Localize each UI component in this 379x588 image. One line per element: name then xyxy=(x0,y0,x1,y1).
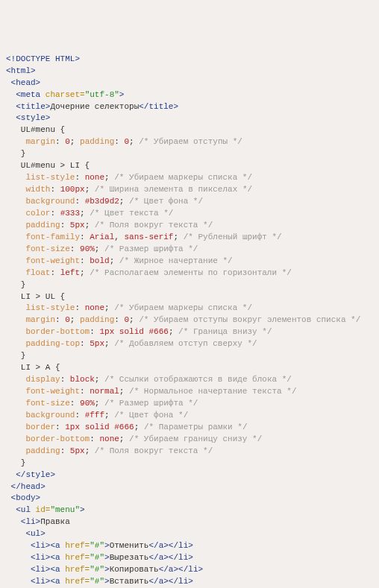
token-num: normal xyxy=(90,387,119,396)
code-line: <!DOCTYPE HTML> xyxy=(6,54,373,66)
code-line: width: 100px; /* Ширина элемента в пиксе… xyxy=(6,184,373,196)
token-sel: ; xyxy=(80,209,90,218)
code-line: <body> xyxy=(6,493,373,505)
token-prop: padding-top xyxy=(25,339,80,348)
token-prop: font-weight xyxy=(25,256,80,265)
token-prop: padding xyxy=(80,315,114,324)
token-sel xyxy=(6,327,25,336)
token-tag: </head> xyxy=(6,482,46,491)
token-tag: <title> xyxy=(6,102,50,111)
token-attr: href= xyxy=(65,577,90,586)
token-attr: href= xyxy=(65,541,90,550)
token-tag: </title> xyxy=(139,102,178,111)
code-line: display: block; /* Ссылки отображаются в… xyxy=(6,374,373,386)
token-sel: UL#menu > LI { xyxy=(6,161,90,170)
token-txt: Правка xyxy=(40,517,70,526)
token-sel: ; xyxy=(70,315,80,324)
token-num: 90% xyxy=(80,399,95,408)
token-val: "utf-8" xyxy=(85,90,119,99)
token-sel: : xyxy=(70,399,80,408)
token-sel: : xyxy=(90,434,99,443)
token-tag: <ul xyxy=(6,505,36,514)
token-sel: ; xyxy=(95,375,104,384)
token-prop: display xyxy=(25,375,60,384)
token-sel xyxy=(6,209,25,218)
token-sel xyxy=(6,315,25,324)
token-tag: </a></li> xyxy=(159,565,203,574)
token-num: solid xyxy=(85,423,110,431)
code-block: <!DOCTYPE HTML><html> <head> <meta chars… xyxy=(6,54,373,588)
code-line: UL#menu > LI { xyxy=(6,160,373,172)
code-line: float: left; /* Располагаем элементы по … xyxy=(6,268,373,279)
code-line: LI > A { xyxy=(6,362,373,374)
code-line: font-weight: normal; /* Нормальное начер… xyxy=(6,386,373,398)
token-num: 1px xyxy=(99,327,114,336)
token-tag: > xyxy=(119,90,125,99)
token-num: #666 xyxy=(114,423,134,431)
token-sel: } xyxy=(6,280,25,289)
token-sel xyxy=(6,233,25,241)
token-sel: ; xyxy=(173,233,183,241)
token-sel: : xyxy=(75,173,84,182)
token-sel xyxy=(114,327,119,336)
token-tag: > xyxy=(104,565,110,574)
token-tag: </a></li> xyxy=(148,553,192,562)
token-sel: } xyxy=(6,149,25,158)
token-num: 1px xyxy=(65,423,80,431)
token-sel xyxy=(6,137,25,146)
token-prop: padding xyxy=(25,221,60,230)
token-sel: : xyxy=(75,303,84,312)
token-cmt: /* Параметры рамки */ xyxy=(144,423,248,431)
token-num: 0 xyxy=(65,137,70,146)
token-prop: border-bottom xyxy=(25,434,90,443)
code-line: <li><a href="#">Вырезать</a></li> xyxy=(6,552,373,564)
code-line: padding-top: 5px; /* Добавляем отступ св… xyxy=(6,338,373,350)
token-sel: : xyxy=(50,209,60,218)
token-num: Arial xyxy=(90,233,114,241)
token-sel: : xyxy=(60,446,70,455)
token-sel xyxy=(6,446,25,455)
token-tag: <!DOCTYPE HTML> xyxy=(6,54,80,63)
token-sel: ; xyxy=(134,423,144,431)
token-prop: list-style xyxy=(25,303,75,312)
token-cmt: /* Размер шрифта */ xyxy=(104,399,198,408)
token-sel: ; xyxy=(119,387,129,396)
token-sel: : xyxy=(90,327,99,336)
code-line: color: #333; /* Цвет текста */ xyxy=(6,208,373,220)
token-cmt: /* Убираем границу снизу */ xyxy=(129,434,262,443)
token-cmt: /* Граница внизу */ xyxy=(178,327,272,336)
code-line: <li>Правка xyxy=(6,516,373,528)
token-sel: : xyxy=(70,244,80,253)
token-sel: ; xyxy=(85,185,95,194)
token-sel: : xyxy=(50,268,60,277)
token-sel: : xyxy=(75,411,84,420)
token-tag: > xyxy=(104,553,110,562)
token-sel: ; xyxy=(85,221,95,230)
token-prop: color xyxy=(25,209,50,218)
token-sel: ; xyxy=(85,446,95,455)
token-num: 100px xyxy=(60,185,85,194)
token-sel: } xyxy=(6,351,25,360)
code-line: } xyxy=(6,148,373,160)
token-prop: border xyxy=(25,423,55,431)
token-num: #b3d9d2 xyxy=(85,197,119,206)
token-num: none xyxy=(85,173,104,182)
token-sel: : xyxy=(80,387,90,396)
token-prop: font-size xyxy=(25,244,69,253)
token-sel: : xyxy=(80,256,90,265)
token-sel: ; xyxy=(169,327,178,336)
token-prop: list-style xyxy=(25,173,75,182)
code-line: <title>Дочерние селекторы</title> xyxy=(6,101,373,113)
token-txt: Копировать xyxy=(110,565,159,574)
token-sel: ; xyxy=(129,137,139,146)
token-prop: float xyxy=(25,268,50,277)
token-prop: margin xyxy=(25,315,55,324)
token-sel xyxy=(6,256,25,265)
token-sel: ; xyxy=(129,315,139,324)
token-tag: > xyxy=(104,577,110,586)
token-tag: <head> xyxy=(6,78,40,87)
code-line: <head> xyxy=(6,78,373,89)
code-line: font-size: 90%; /* Размер шрифта */ xyxy=(6,398,373,410)
token-sel: : xyxy=(60,221,70,230)
code-line: LI > UL { xyxy=(6,291,373,303)
